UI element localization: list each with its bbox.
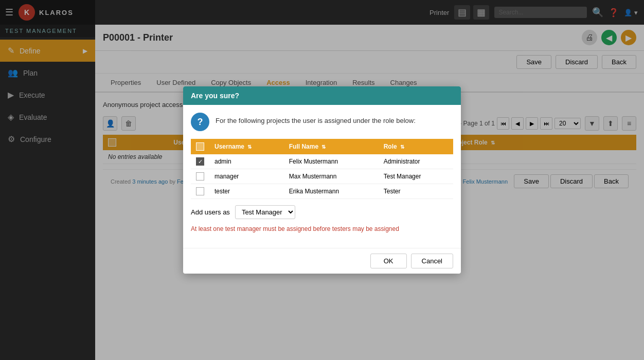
- dialog-username-1: manager: [209, 169, 284, 184]
- dialog-footer: OK Cancel: [183, 248, 461, 274]
- dialog-row-checkbox-2[interactable]: [196, 187, 204, 195]
- dialog-table: Username ⇅ Full Name ⇅ Role ⇅: [191, 139, 453, 199]
- dialog-username-2: tester: [209, 184, 284, 199]
- dialog-table-row: testerErika MustermannTester: [191, 184, 453, 199]
- dialog-table-row: managerMax MustermannTest Manager: [191, 169, 453, 184]
- dialog-role-2: Tester: [379, 184, 453, 199]
- add-users-row: Add users as Test Manager Administrator …: [191, 205, 453, 219]
- dialog-col-username[interactable]: Username ⇅: [209, 139, 284, 154]
- dialog-fullname-2: Erika Mustermann: [284, 184, 379, 199]
- dialog-col-role[interactable]: Role ⇅: [379, 139, 453, 154]
- dialog-role-0: Administrator: [379, 154, 453, 169]
- warning-text: At least one test manager must be assign…: [191, 225, 453, 232]
- dialog-row-checkbox-0[interactable]: ✓: [196, 157, 204, 166]
- dialog-row-checkbox-1[interactable]: [196, 172, 204, 181]
- dialog-col-fullname[interactable]: Full Name ⇅: [284, 139, 379, 154]
- dialog-role-1: Test Manager: [379, 169, 453, 184]
- dialog-table-row: ✓adminFelix MustermannAdministrator: [191, 154, 453, 169]
- ok-button[interactable]: OK: [370, 254, 407, 268]
- dialog-question-row: ? For the following projects the user is…: [191, 113, 453, 131]
- dialog-select-all[interactable]: [196, 142, 204, 151]
- dialog-col-checkbox: [191, 139, 209, 154]
- dialog: Are you sure? ? For the following projec…: [183, 86, 461, 274]
- dialog-fullname-1: Max Mustermann: [284, 169, 379, 184]
- dialog-body: ? For the following projects the user is…: [183, 105, 461, 248]
- dialog-title: Are you sure?: [191, 92, 239, 100]
- question-icon: ?: [191, 113, 209, 131]
- dialog-fullname-0: Felix Mustermann: [284, 154, 379, 169]
- cancel-button[interactable]: Cancel: [411, 254, 453, 268]
- dialog-username-0: admin: [209, 154, 284, 169]
- add-users-label: Add users as: [191, 208, 230, 216]
- dialog-header: Are you sure?: [183, 86, 461, 105]
- role-select[interactable]: Test Manager Administrator Tester: [235, 205, 295, 219]
- dialog-question-text: For the following projects the user is a…: [216, 113, 416, 124]
- dialog-overlay: Are you sure? ? For the following projec…: [0, 0, 644, 360]
